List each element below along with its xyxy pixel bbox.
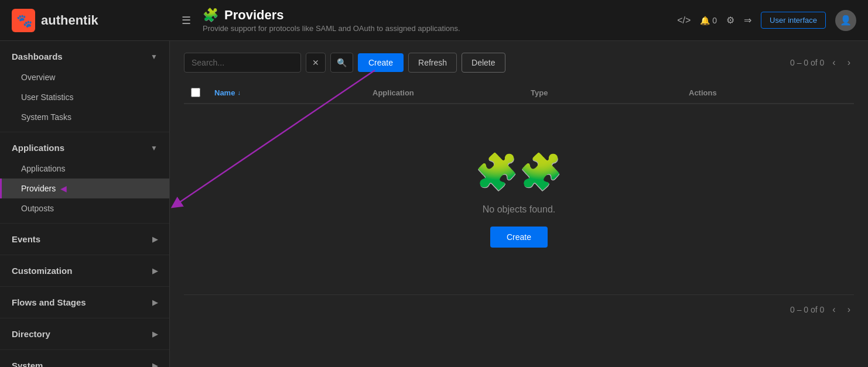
header-actions: </> 🔔 0 ⚙ ⇒ User interface 👤 bbox=[677, 10, 856, 31]
hamburger-menu[interactable]: ☰ bbox=[182, 14, 191, 27]
sidebar-section-dashboards: Dashboards ▼ Overview User Statistics Sy… bbox=[0, 41, 169, 132]
create-button[interactable]: Create bbox=[358, 53, 404, 72]
toolbar: ✕ 🔍 Create Refresh Delete 0 – 0 of 0 ‹ › bbox=[184, 53, 854, 73]
sidebar-system-label: System bbox=[12, 361, 43, 367]
chevron-right-icon-sys: ▶ bbox=[152, 362, 158, 368]
empty-state: 🧩🧩 No objects found. Create bbox=[184, 104, 854, 294]
sidebar-events-label: Events bbox=[12, 234, 40, 244]
sidebar-system-header[interactable]: System ▶ bbox=[0, 355, 169, 367]
pagination-bottom: 0 – 0 of 0 ‹ › bbox=[184, 294, 854, 320]
svg-text:🐾: 🐾 bbox=[16, 13, 33, 29]
table-header: Name ↓ Application Type Actions bbox=[184, 82, 854, 104]
chevron-down-icon-apps: ▼ bbox=[151, 144, 158, 152]
main-layout: Dashboards ▼ Overview User Statistics Sy… bbox=[0, 41, 868, 367]
page-header-content: 🧩 Providers Provide support for protocol… bbox=[203, 8, 677, 33]
notification-area[interactable]: 🔔 0 bbox=[700, 16, 717, 25]
clear-search-button[interactable]: ✕ bbox=[306, 53, 326, 73]
search-button[interactable]: 🔍 bbox=[330, 53, 353, 73]
pagination-text-bottom: 0 – 0 of 0 bbox=[790, 305, 824, 314]
chevron-right-icon-flows: ▶ bbox=[152, 299, 158, 307]
sidebar-applications-header[interactable]: Applications ▼ bbox=[0, 137, 169, 159]
sidebar-dashboards-header[interactable]: Dashboards ▼ bbox=[0, 46, 169, 67]
sidebar-section-applications: Applications ▼ Applications Providers ◀ … bbox=[0, 132, 169, 224]
sidebar-flows-label: Flows and Stages bbox=[12, 297, 86, 307]
sidebar-section-system: System ▶ bbox=[0, 350, 169, 367]
sidebar-item-system-tasks[interactable]: System Tasks bbox=[0, 107, 169, 127]
next-page-button-top[interactable]: › bbox=[844, 55, 854, 70]
avatar[interactable]: 👤 bbox=[835, 10, 856, 31]
sidebar-applications-label: Applications bbox=[12, 143, 64, 153]
chevron-right-icon-dir: ▶ bbox=[152, 330, 158, 338]
prev-page-button-bottom[interactable]: ‹ bbox=[829, 302, 839, 317]
page-title-text: Providers bbox=[224, 8, 284, 23]
sort-down-icon: ↓ bbox=[237, 89, 241, 96]
top-header: 🐾 authentik ☰ 🧩 Providers Provide suppor… bbox=[0, 0, 868, 41]
page-subtitle: Provide support for protocols like SAML … bbox=[203, 24, 677, 33]
prev-page-button-top[interactable]: ‹ bbox=[829, 55, 839, 70]
sidebar-item-providers[interactable]: Providers ◀ bbox=[0, 179, 169, 198]
sidebar-directory-label: Directory bbox=[12, 329, 50, 339]
table-col-actions: Actions bbox=[689, 88, 847, 97]
sidebar-item-overview[interactable]: Overview bbox=[0, 67, 169, 87]
code-icon[interactable]: </> bbox=[677, 15, 691, 26]
sidebar-customization-header[interactable]: Customization ▶ bbox=[0, 260, 169, 282]
sidebar-section-directory: Directory ▶ bbox=[0, 318, 169, 350]
avatar-image: 👤 bbox=[840, 15, 852, 26]
table-col-type: Type bbox=[531, 88, 689, 97]
bell-icon: 🔔 bbox=[700, 16, 710, 25]
sidebar-flows-header[interactable]: Flows and Stages ▶ bbox=[0, 291, 169, 313]
refresh-button[interactable]: Refresh bbox=[408, 53, 457, 73]
logo-area: 🐾 authentik bbox=[12, 9, 182, 32]
create-empty-button[interactable]: Create bbox=[490, 227, 548, 248]
sidebar-section-events: Events ▶ bbox=[0, 224, 169, 255]
empty-state-message: No objects found. bbox=[483, 204, 556, 215]
chevron-down-icon: ▼ bbox=[151, 53, 158, 61]
content-area: ✕ 🔍 Create Refresh Delete 0 – 0 of 0 ‹ ›… bbox=[170, 41, 868, 367]
sidebar-section-flows: Flows and Stages ▶ bbox=[0, 287, 169, 318]
sidebar-customization-label: Customization bbox=[12, 266, 72, 276]
next-page-button-bottom[interactable]: › bbox=[844, 302, 854, 317]
sidebar-directory-header[interactable]: Directory ▶ bbox=[0, 323, 169, 345]
page-title-icon: 🧩 bbox=[203, 8, 218, 23]
chevron-right-icon-custom: ▶ bbox=[152, 267, 158, 275]
empty-state-icon: 🧩🧩 bbox=[475, 151, 563, 193]
sidebar-item-user-statistics[interactable]: User Statistics bbox=[0, 87, 169, 107]
sidebar-item-applications[interactable]: Applications bbox=[0, 159, 169, 179]
logo-text: authentik bbox=[41, 13, 98, 28]
notification-count: 0 bbox=[712, 16, 717, 25]
settings-icon[interactable]: ⚙ bbox=[726, 15, 734, 26]
sidebar: Dashboards ▼ Overview User Statistics Sy… bbox=[0, 41, 170, 367]
authentik-logo-icon: 🐾 bbox=[12, 9, 35, 32]
delete-button[interactable]: Delete bbox=[462, 53, 505, 73]
chevron-right-icon-events: ▶ bbox=[152, 235, 158, 243]
pagination-top: 0 – 0 of 0 ‹ › bbox=[790, 55, 854, 70]
page-title: 🧩 Providers bbox=[203, 8, 677, 23]
sidebar-events-header[interactable]: Events ▶ bbox=[0, 228, 169, 250]
table-col-application: Application bbox=[373, 88, 531, 97]
logout-icon[interactable]: ⇒ bbox=[744, 15, 751, 26]
table-checkbox-header[interactable] bbox=[191, 88, 214, 97]
select-all-checkbox[interactable] bbox=[191, 88, 200, 97]
active-arrow-icon: ◀ bbox=[60, 184, 67, 193]
sidebar-dashboards-label: Dashboards bbox=[12, 52, 63, 61]
pagination-text-top: 0 – 0 of 0 bbox=[790, 58, 824, 67]
user-interface-button[interactable]: User interface bbox=[761, 12, 826, 29]
providers-table: Name ↓ Application Type Actions 🧩🧩 No ob… bbox=[184, 82, 854, 294]
search-input[interactable] bbox=[184, 53, 301, 73]
table-col-name[interactable]: Name ↓ bbox=[214, 88, 373, 97]
sidebar-section-customization: Customization ▶ bbox=[0, 255, 169, 287]
sidebar-item-outposts[interactable]: Outposts bbox=[0, 198, 169, 218]
